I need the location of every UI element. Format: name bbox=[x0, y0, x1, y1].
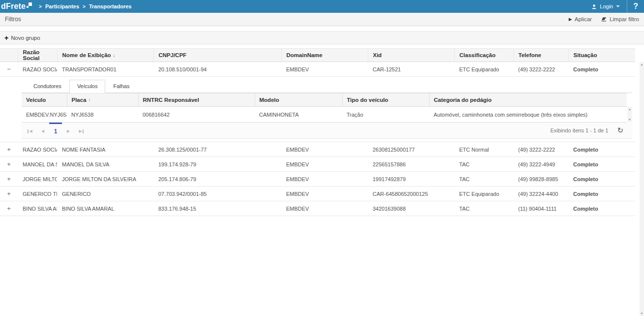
clear-filter-label: Limpar filtro bbox=[610, 16, 639, 22]
pager-last-button[interactable]: ▶ bbox=[75, 123, 88, 138]
cell-razao-social: BINO SILVA AMA... bbox=[18, 201, 57, 216]
cell-categoria-pedagio: Automóvel, caminhoneta com semirreboque … bbox=[429, 107, 627, 123]
main-vertical-scrollbar[interactable]: ▲ ▼ bbox=[640, 62, 644, 316]
cell-veiculo: EMBDEV.NYJ6538 bbox=[22, 107, 67, 123]
scroll-up-icon[interactable]: ▲ bbox=[628, 108, 631, 111]
login-menu-button[interactable]: Login bbox=[585, 0, 627, 13]
cell-domainname: EMBDEV bbox=[281, 172, 368, 187]
status-badge: Completo bbox=[568, 201, 635, 216]
cell-nome-exibicao: GENERICO bbox=[57, 187, 153, 201]
logo-squares-icon bbox=[27, 2, 32, 8]
cell-nome-exibicao: TRANSPORTADOR01 bbox=[57, 62, 153, 77]
cell-classificacao: ETC Normal bbox=[454, 142, 513, 157]
sort-asc-icon: ↑ bbox=[88, 97, 91, 103]
table-row[interactable]: + JORGE MILTON ... JORGE MILTON DA SILVE… bbox=[0, 172, 635, 187]
breadcrumb-participantes[interactable]: Participantes bbox=[45, 3, 79, 9]
app-logo-text: dFrete bbox=[1, 2, 26, 11]
cell-classificacao: ETC Equiparado bbox=[454, 187, 513, 201]
scroll-down-icon[interactable]: ▼ bbox=[641, 312, 644, 315]
vehicle-row[interactable]: EMBDEV.NYJ6538 NYJ6538 006816642 CAMINHO… bbox=[22, 107, 627, 123]
clear-filter-button[interactable]: Limpar filtro bbox=[601, 16, 639, 22]
tab-falhas[interactable]: Falhas bbox=[105, 80, 137, 93]
user-icon bbox=[591, 4, 597, 9]
column-header-veiculo[interactable]: Veiculo bbox=[22, 94, 67, 107]
status-badge: Completo bbox=[568, 172, 635, 187]
column-header-nome-exibicao[interactable]: Nome de Exibição↓ bbox=[57, 49, 153, 62]
expand-row-button[interactable]: + bbox=[5, 146, 13, 153]
play-icon: ▶ bbox=[569, 17, 572, 22]
tab-condutores[interactable]: Condutores bbox=[26, 80, 69, 93]
cell-xid: CAR-12521 bbox=[368, 62, 454, 77]
column-header-xid[interactable]: Xid bbox=[368, 49, 454, 62]
table-row[interactable]: + GENERICO TRAN... GENERICO 07.703.942/0… bbox=[0, 187, 635, 201]
table-row[interactable]: + BINO SILVA AMA... BINO SILVA AMARAL 83… bbox=[0, 201, 635, 216]
cell-razao-social: JORGE MILTON ... bbox=[18, 172, 57, 187]
breadcrumb: > Participantes > Transportadores bbox=[39, 3, 132, 9]
apply-filter-button[interactable]: ▶ Aplicar bbox=[569, 16, 592, 22]
status-badge: Completo bbox=[568, 187, 635, 201]
cell-nome-exibicao: MANOEL DA SILVA bbox=[57, 157, 153, 172]
cell-cnpj-cpf: 199.174.928-79 bbox=[153, 157, 281, 172]
cell-telefone: (49) 99828-8985 bbox=[513, 172, 568, 187]
pager-status-text: Exibindo itens 1 - 1 de 1 bbox=[550, 123, 608, 138]
breadcrumb-separator-icon: > bbox=[83, 4, 86, 9]
prev-page-icon: ◀ bbox=[41, 129, 44, 133]
status-badge: Completo bbox=[568, 157, 635, 172]
refresh-button[interactable]: ↻ bbox=[617, 123, 623, 138]
expand-row-button[interactable]: + bbox=[5, 190, 13, 197]
cell-razao-social: RAZAO SOCIAL bbox=[18, 142, 57, 157]
column-header-situacao[interactable]: Situação bbox=[568, 49, 635, 62]
column-header-rntrc[interactable]: RNTRC Responsável bbox=[138, 94, 255, 107]
pager-prev-button[interactable]: ◀ bbox=[36, 123, 49, 138]
cell-xid: 34201639088 bbox=[368, 201, 454, 216]
column-header-cnpj-cpf[interactable]: CNPJ/CPF bbox=[153, 49, 281, 62]
column-header-telefone[interactable]: Telefone bbox=[513, 49, 568, 62]
column-header-placa[interactable]: Placa↑ bbox=[67, 94, 138, 107]
table-row[interactable]: + MANOEL DA SILVA MANOEL DA SILVA 199.17… bbox=[0, 157, 635, 172]
column-header-domainname[interactable]: DomainName bbox=[281, 49, 368, 62]
column-header-tipo-veiculo[interactable]: Tipo do veículo bbox=[342, 94, 429, 107]
breadcrumb-transportadores[interactable]: Transportadores bbox=[89, 3, 132, 9]
pager-first-button[interactable]: ◀ bbox=[24, 123, 36, 138]
column-header-classificacao[interactable]: Classificação bbox=[454, 49, 513, 62]
expand-row-button[interactable]: + bbox=[5, 205, 13, 212]
help-button[interactable]: ? bbox=[627, 2, 644, 11]
collapse-row-button[interactable]: − bbox=[5, 65, 13, 73]
cell-nome-exibicao: BINO SILVA AMARAL bbox=[57, 201, 153, 216]
cell-rntrc: 006816642 bbox=[138, 107, 255, 123]
pager-next-button[interactable]: ▶ bbox=[62, 123, 75, 138]
scroll-down-icon[interactable]: ▼ bbox=[628, 118, 631, 121]
breadcrumb-separator-icon: > bbox=[39, 4, 42, 9]
cell-telefone: (49) 3222-2222 bbox=[513, 142, 568, 157]
detail-row: Condutores Veículos Falhas bbox=[0, 77, 635, 142]
expand-row-button[interactable]: + bbox=[5, 160, 13, 168]
new-group-button[interactable]: + Novo grupo bbox=[4, 34, 40, 41]
cell-cnpj-cpf: 833.176.948-15 bbox=[153, 201, 281, 216]
sort-desc-icon: ↓ bbox=[113, 53, 116, 58]
cell-cnpj-cpf: 07.703.942/0001-85 bbox=[153, 187, 281, 201]
status-badge: Completo bbox=[568, 142, 635, 157]
cell-modelo: CAMINHONETA bbox=[255, 107, 342, 123]
column-header-razao-social[interactable]: Razão Social bbox=[18, 49, 57, 62]
column-header-categoria-pedagio[interactable]: Categoria do pedágio bbox=[429, 94, 627, 107]
cell-domainname: EMBDEV bbox=[281, 157, 368, 172]
column-header-modelo[interactable]: Modelo bbox=[255, 94, 342, 107]
vehicles-vertical-scrollbar[interactable]: ▲ ▼ bbox=[627, 107, 632, 122]
first-page-icon bbox=[28, 129, 29, 133]
cell-placa: NYJ6538 bbox=[67, 107, 138, 123]
cell-razao-social: MANOEL DA SILVA bbox=[18, 157, 57, 172]
status-badge: Completo bbox=[568, 62, 635, 77]
cell-cnpj-cpf: 20.108.510/0001-94 bbox=[153, 62, 281, 77]
cell-cnpj-cpf: 26.308.125/0001-77 bbox=[153, 142, 281, 157]
grid-header-row: Razão Social Nome de Exibição↓ CNPJ/CPF … bbox=[0, 49, 635, 62]
tab-veiculos[interactable]: Veículos bbox=[69, 80, 106, 93]
scroll-up-icon[interactable]: ▲ bbox=[641, 63, 644, 66]
expand-row-button[interactable]: + bbox=[5, 175, 13, 183]
next-page-icon: ▶ bbox=[67, 129, 70, 133]
pager-page-1[interactable]: 1 bbox=[49, 123, 62, 138]
cell-telefone: (49) 3222-2222 bbox=[513, 62, 568, 77]
table-row[interactable]: + RAZAO SOCIAL NOME FANTASIA 26.308.125/… bbox=[0, 142, 635, 157]
cell-telefone: (49) 3222-4949 bbox=[513, 157, 568, 172]
table-row[interactable]: − RAZAO SOCIAL S... TRANSPORTADOR01 20.1… bbox=[0, 62, 635, 77]
top-navigation-bar: dFrete > Participantes > Transportadores… bbox=[0, 0, 644, 13]
